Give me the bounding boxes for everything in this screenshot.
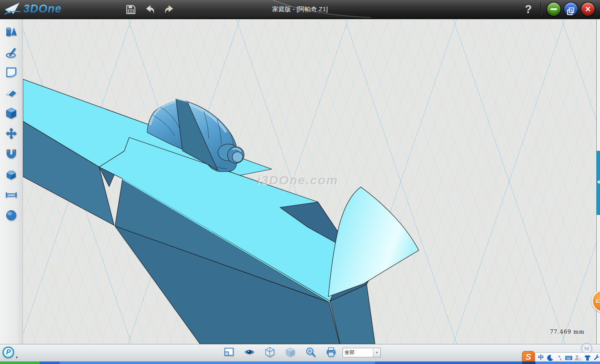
primitives-tool[interactable] (4, 25, 18, 39)
main-tool-sidebar (0, 19, 23, 344)
view-plane-button[interactable] (223, 346, 235, 358)
watermark: i3DOne.com (257, 173, 338, 187)
document-title: 家庭版 - [阿帕奇.Z1] (0, 0, 600, 19)
side-panel-flyout-tab[interactable] (597, 151, 600, 215)
help-button[interactable]: ? (523, 2, 534, 17)
close-button[interactable]: × (581, 2, 595, 16)
soft-keyboard[interactable] (565, 354, 572, 362)
combine-tool[interactable] (4, 167, 18, 182)
eraser-tool[interactable] (4, 86, 18, 100)
assembly-tool[interactable] (4, 147, 18, 161)
sketch-plane-tool[interactable] (4, 65, 18, 80)
taskbar-segment[interactable] (60, 362, 375, 364)
chevron-left-icon (597, 180, 600, 184)
titlebar-separator (540, 2, 541, 16)
print-button[interactable] (325, 346, 337, 358)
os-taskbar-sliver[interactable] (0, 362, 600, 364)
ime-sogou-logo[interactable]: S (522, 351, 535, 363)
chevron-down-icon[interactable]: ▾ (373, 348, 380, 357)
taskbar-segment[interactable] (375, 362, 522, 364)
lang-mode[interactable]: 中 (537, 354, 545, 362)
badge-count: 63 (596, 298, 600, 304)
3done-application-window: 3DOne 家庭版 - [阿帕奇.Z1] ? × (0, 0, 600, 364)
sketch-tool[interactable] (4, 45, 18, 59)
window-controls: × (547, 2, 595, 16)
model-curved-panel (328, 187, 419, 297)
display-filter-value: 全部 (343, 349, 373, 356)
taskbar-segment[interactable] (535, 362, 600, 364)
shaded-button[interactable] (285, 346, 296, 358)
scale-indicator: 77.469 mm (550, 329, 585, 335)
status-bar: P ▾ 全部 ▾ M S 中°, (0, 344, 600, 362)
restore-windows-icon (569, 7, 574, 13)
skin[interactable] (584, 354, 591, 362)
minimize-button[interactable] (547, 2, 560, 16)
wireframe-button[interactable] (264, 346, 275, 358)
title-bar: 3DOne 家庭版 - [阿帕奇.Z1] ? × (0, 0, 600, 19)
view-control-group (223, 346, 337, 358)
minus-icon (550, 8, 557, 10)
toolbox[interactable] (593, 354, 600, 362)
move-tool[interactable] (4, 127, 18, 141)
display-filter-select[interactable]: 全部 ▾ (342, 348, 381, 357)
feature-tool[interactable] (4, 106, 18, 120)
3d-viewport-canvas[interactable]: i3DOne.com 77.469 mm (23, 19, 596, 344)
restore-button[interactable] (564, 2, 578, 16)
night-mode[interactable] (546, 354, 554, 362)
visibility-button[interactable] (244, 346, 255, 358)
zoom-button[interactable] (305, 346, 316, 358)
taskbar-segment[interactable] (0, 362, 40, 364)
pmi-dropdown-caret[interactable]: ▾ (16, 355, 18, 359)
close-x-icon: × (581, 2, 595, 16)
account[interactable] (574, 354, 582, 362)
punctuation[interactable]: °, (556, 354, 563, 362)
measure-tool[interactable] (4, 188, 18, 202)
model-gun-barrel-face (232, 152, 243, 162)
material-tool[interactable] (4, 208, 18, 222)
taskbar-segment[interactable] (40, 362, 60, 364)
pmi-mode-button[interactable]: P (2, 347, 14, 358)
taskbar-segment[interactable] (522, 362, 535, 364)
